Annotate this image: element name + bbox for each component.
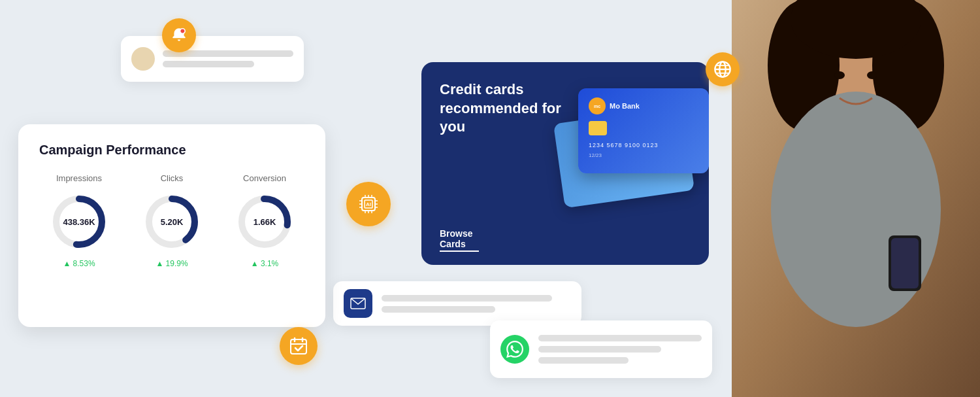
woman-figure — [732, 0, 980, 397]
email-card — [333, 281, 581, 326]
clicks-value: 5.20K — [161, 217, 184, 227]
browse-label: Browse — [440, 228, 479, 239]
bank-card-front: mc Mo Bank 1234 5678 9100 0123 12/23 — [578, 88, 709, 173]
svg-point-35 — [768, 0, 840, 131]
email-line-1 — [382, 295, 552, 302]
impressions-label: Impressions — [56, 173, 102, 183]
svg-point-33 — [777, 0, 934, 98]
card-chip — [589, 121, 607, 135]
conversion-label: Conversion — [243, 173, 286, 183]
svg-point-37 — [791, 0, 921, 59]
impressions-donut: 438.36K — [50, 192, 108, 251]
email-icon — [344, 289, 372, 318]
clicks-label: Clicks — [161, 173, 184, 183]
svg-rect-32 — [732, 0, 980, 397]
conversion-value: 1.66K — [253, 217, 276, 227]
card-logo: mc — [589, 97, 606, 114]
metrics-row: Impressions 438.36K 8.53% Clicks — [39, 173, 304, 268]
notif-avatar — [131, 47, 155, 71]
email-line-2 — [382, 306, 495, 313]
svg-point-34 — [813, 29, 898, 128]
clicks-change: 19.9% — [155, 259, 188, 268]
svg-point-0 — [180, 29, 186, 34]
globe-icon — [706, 52, 740, 86]
svg-point-36 — [872, 0, 944, 131]
svg-rect-43 — [891, 238, 919, 288]
cards-label: Cards — [440, 239, 479, 249]
metric-impressions: Impressions 438.36K 8.53% — [39, 173, 119, 268]
card-header: mc Mo Bank — [589, 97, 698, 114]
browse-cards[interactable]: Browse Cards — [440, 228, 479, 252]
wa-line-2 — [538, 346, 661, 353]
whatsapp-icon — [500, 335, 529, 364]
campaign-card: Campaign Performance Impressions 438.36K… — [18, 124, 325, 327]
whatsapp-card — [490, 320, 712, 378]
metric-conversion: Conversion 1.66K 3.1% — [225, 173, 304, 268]
svg-point-41 — [867, 71, 877, 79]
svg-point-40 — [834, 71, 845, 79]
bell-icon — [162, 18, 196, 52]
wa-line-1 — [538, 335, 702, 341]
conversion-donut: 1.66K — [235, 192, 294, 251]
wa-line-3 — [538, 357, 629, 364]
notif-lines — [163, 50, 293, 67]
card-number: 1234 5678 9100 0123 — [589, 142, 698, 148]
svg-rect-42 — [889, 235, 921, 291]
whatsapp-lines — [538, 335, 702, 364]
ai-icon: AI — [346, 182, 391, 226]
impressions-value: 438.36K — [63, 217, 95, 227]
notification-card — [121, 36, 304, 82]
bank-name: Mo Bank — [610, 102, 640, 110]
main-scene: Campaign Performance Impressions 438.36K… — [0, 0, 980, 397]
email-lines — [382, 295, 571, 313]
svg-point-39 — [771, 92, 941, 327]
clicks-donut: 5.20K — [142, 192, 201, 251]
conversion-change: 3.1% — [251, 259, 279, 268]
card-expiry: 12/23 — [589, 152, 698, 158]
notif-line-2 — [163, 61, 254, 67]
cards-visual: mc Mo Bank 1234 5678 9100 0123 12/23 — [546, 75, 709, 232]
svg-text:AI: AI — [366, 201, 371, 207]
svg-rect-28 — [291, 339, 306, 354]
impressions-change: 8.53% — [63, 259, 95, 268]
credit-card-panel: Credit cards recommended for you mc Mo B… — [421, 62, 709, 265]
calendar-icon — [280, 327, 318, 365]
svg-rect-38 — [843, 121, 869, 147]
browse-underline — [440, 250, 479, 252]
metric-clicks: Clicks 5.20K 19.9% — [132, 173, 212, 268]
campaign-title: Campaign Performance — [39, 143, 304, 158]
